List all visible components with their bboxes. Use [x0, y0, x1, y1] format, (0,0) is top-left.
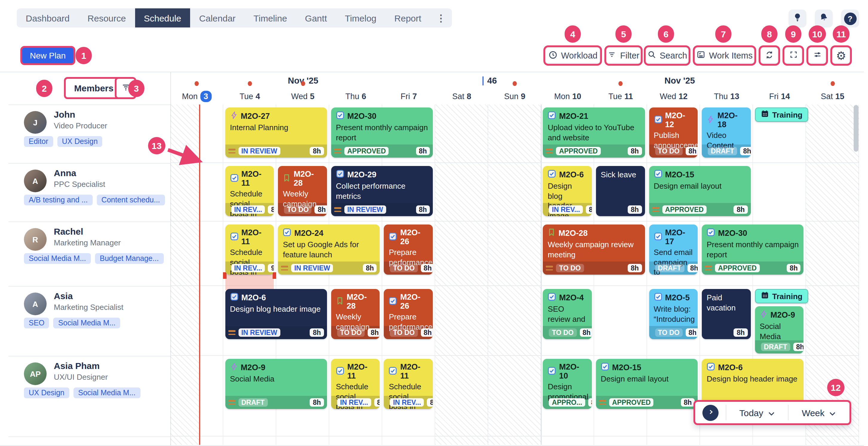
task-title: Collect performance metrics [331, 180, 433, 202]
new-plan-button[interactable]: New Plan [22, 48, 73, 63]
member-tag[interactable]: UX Design [24, 387, 69, 398]
lightbulb-button[interactable] [788, 9, 806, 28]
day-header-tue-4[interactable]: Tue4 [240, 88, 260, 104]
task-card[interactable]: Sick leave8h [596, 166, 645, 216]
display-settings-button[interactable] [808, 47, 826, 64]
day-header-wed-12[interactable]: Wed12 [660, 88, 687, 104]
task-card-footer: TO DO8h [331, 326, 380, 339]
task-id: M2O-26 [400, 228, 428, 246]
status-chip: IN REVIEW [238, 147, 280, 155]
member-tag[interactable]: Budget Manage... [95, 253, 163, 264]
day-header-mon-10[interactable]: Mon10 [554, 88, 581, 104]
tab-report[interactable]: Report [385, 8, 430, 28]
day-header-mon-3[interactable]: Mon3 [182, 88, 212, 104]
filter-button[interactable]: Filter [606, 47, 641, 64]
annotation-badge-4: 4 [565, 25, 581, 43]
status-chip: IN REV... [390, 398, 424, 407]
task-card-footer: IN REV...8h [384, 396, 433, 409]
task-card[interactable]: M2O-4SEO review andTO DO8h [543, 289, 592, 339]
day-header-sun-9[interactable]: Sun9 [504, 88, 525, 104]
members-sidebar: Members JJohnVideo ProducerEditorUX Desi… [8, 72, 171, 445]
task-card[interactable]: M2O-28Weekly campaign review meetingTO D… [543, 225, 645, 275]
next-period-button[interactable] [703, 405, 718, 421]
task-card[interactable]: M2O-28Weekly campaignTO DO8h [331, 289, 380, 339]
member-tag[interactable]: Social Media M... [24, 253, 91, 264]
settings-button[interactable]: ⚙ [832, 47, 850, 64]
task-card[interactable]: M2O-30Present monthly campaign reportAPP… [331, 107, 433, 158]
kebab-menu-icon[interactable]: ⋮ [430, 8, 452, 28]
task-card[interactable]: M2O-11Schedule social posts inIN REV...8… [225, 166, 274, 216]
member-tag[interactable]: A/B testing and ... [24, 195, 92, 205]
task-card[interactable]: M2O-9Social MediaDRAFT8h [225, 359, 327, 409]
day-header-thu-13[interactable]: Thu13 [714, 88, 740, 104]
vertical-scrollbar[interactable] [854, 105, 859, 152]
help-button[interactable]: ? [841, 9, 859, 28]
task-card[interactable]: M2O-11Schedule social posts inIN REV...8… [331, 359, 380, 409]
task-card-header: M2O-5 [649, 289, 698, 303]
task-card[interactable]: M2O-28Weekly campaignTO DO8h [278, 166, 327, 216]
week-dropdown[interactable]: Week [788, 408, 849, 418]
member-tag[interactable]: SEO [24, 318, 49, 329]
member-tag[interactable]: Social Media M... [73, 387, 141, 398]
task-card[interactable]: Paid vacation8h [702, 289, 750, 339]
member-tag[interactable]: Content schedu... [97, 195, 165, 205]
week-number-label: 46 [487, 76, 497, 85]
task-card[interactable]: M2O-27Internal PlanningIN REVIEW8h [225, 107, 327, 158]
day-header-fri-7[interactable]: Fri7 [401, 88, 417, 104]
task-card[interactable]: M2O-29Collect performance metricsIN REVI… [331, 166, 433, 216]
task-card[interactable]: M2O-6Design blog header imageIN REVIEW8h [225, 289, 327, 339]
hours-chip: 8h [315, 205, 327, 214]
tab-timeline[interactable]: Timeline [245, 8, 296, 28]
task-card-footer: TO DO8h [649, 144, 698, 158]
day-header-tue-11[interactable]: Tue11 [608, 88, 633, 104]
task-card[interactable]: M2O-21Upload video to YouTube and websit… [543, 107, 645, 158]
status-chip: APPROVED [715, 264, 760, 272]
notifications-button[interactable] [815, 9, 833, 28]
event-pill-training[interactable]: Training [755, 107, 808, 122]
task-card[interactable]: M2O-10Design promotionalAPPRO...8h [543, 359, 592, 409]
work-items-button[interactable]: Work Items [695, 47, 754, 64]
task-card[interactable]: M2O-6Design blog header imageIN REV...8h [543, 166, 592, 216]
member-tag[interactable]: UX Design [57, 136, 102, 147]
search-button[interactable]: Search [646, 47, 689, 64]
task-card[interactable]: M2O-9Social MediaDRAFT8h [755, 306, 804, 353]
fullscreen-button[interactable] [784, 47, 802, 64]
tab-dashboard[interactable]: Dashboard [17, 8, 79, 28]
overallocation-indicator [225, 274, 274, 290]
day-number: 14 [781, 92, 790, 101]
task-card[interactable]: M2O-26Prepare performanceTO DO8h [384, 289, 433, 339]
task-card[interactable]: M2O-15Design email layoutAPPROVED8h [649, 166, 750, 216]
day-header-sat-8[interactable]: Sat8 [452, 88, 471, 104]
day-header-thu-6[interactable]: Thu6 [345, 88, 367, 104]
day-header-fri-14[interactable]: Fri14 [769, 88, 790, 104]
today-dropdown[interactable]: Today [726, 408, 787, 418]
task-card[interactable]: M2O-11Schedule social posts in HubSpotIN… [225, 225, 274, 275]
task-card[interactable]: M2O-12Publish announcementTO DO8h [649, 107, 698, 158]
member-tag[interactable]: Editor [24, 136, 53, 147]
event-pill-training[interactable]: Training [755, 289, 808, 303]
task-card[interactable]: M2O-11Schedule social posts inIN REV...8… [384, 359, 433, 409]
tab-schedule[interactable]: Schedule [135, 8, 190, 28]
tab-gantt[interactable]: Gantt [296, 8, 336, 28]
task-card[interactable]: M2O-15Design email layoutAPPROVED8h [596, 359, 698, 409]
members-header[interactable]: Members [66, 79, 122, 97]
task-card[interactable]: M2O-30Present monthly campaign reportAPP… [702, 225, 803, 275]
task-card[interactable]: M2O-5Write blog: “IntroducingTO DO8h [649, 289, 698, 339]
tab-timelog[interactable]: Timelog [336, 8, 385, 28]
day-header-sat-15[interactable]: Sat15 [821, 88, 844, 104]
workload-button[interactable]: Workload [545, 47, 600, 64]
task-card[interactable]: M2O-17Send email campaign toDRAFT8h [649, 225, 698, 275]
sync-button[interactable] [761, 47, 778, 64]
tab-resource[interactable]: Resource [79, 8, 135, 28]
task-card-footer: TO DO8h [543, 326, 592, 339]
hours-chip: 8h [734, 205, 748, 214]
day-header-wed-5[interactable]: Wed5 [291, 88, 314, 104]
fullscreen-icon [789, 50, 798, 61]
member-tag[interactable]: Social Media M... [54, 318, 120, 329]
task-card[interactable]: M2O-24Set up Google Ads for feature laun… [278, 225, 380, 275]
annotation-badge-2: 2 [36, 80, 52, 97]
task-card[interactable]: M2O-18Video ContentDRAFT8h [702, 107, 750, 158]
hours-chip: 8h [628, 264, 642, 272]
task-card[interactable]: M2O-26Prepare performanceTO DO8h [384, 225, 433, 275]
tab-calendar[interactable]: Calendar [190, 8, 245, 28]
